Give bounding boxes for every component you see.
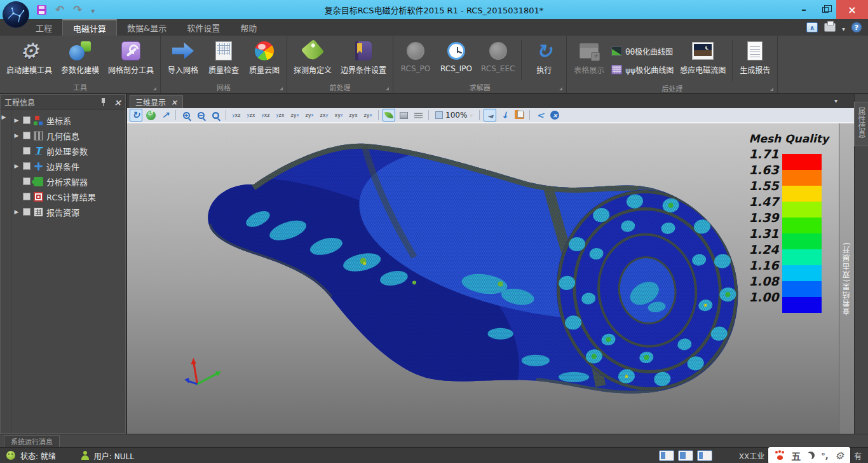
tree-item-boundary-conditions[interactable]: ▶ 边界条件 (13, 158, 125, 174)
previous-view-button[interactable] (484, 109, 496, 121)
mesh-partition-tool-button[interactable]: 网格剖分工具 (104, 38, 158, 77)
psi-polarization-curve-button[interactable]: ψψ极化曲线图 (610, 63, 675, 76)
3d-viewport[interactable]: Mesh Quality 1.711.63 1.551.47 1.391.31 … (127, 123, 839, 434)
zoom-level-combo[interactable]: 100% (433, 109, 475, 121)
tree-item-preprocess-params[interactable]: ▶ 前处理参数 (13, 143, 125, 158)
right-rail: 属性信息 (854, 94, 868, 434)
toolbar-overflow-icon[interactable] (834, 93, 837, 106)
quality-check-button[interactable]: 质量检查 (204, 38, 243, 77)
rcs-ipo-button[interactable]: RCS_IPO (437, 38, 476, 75)
collapse-ribbon-icon[interactable] (806, 22, 818, 32)
points-mode-button[interactable] (412, 109, 424, 121)
checkbox[interactable] (23, 132, 31, 139)
chevron-right-icon[interactable]: ▶ (13, 209, 20, 215)
group-expand-icon[interactable] (386, 87, 389, 90)
tree-item-analysis-solver[interactable]: ▶ 分析求解器 (13, 174, 125, 189)
help-icon[interactable] (851, 22, 862, 32)
launch-modeling-tool-button[interactable]: 启动建模工具 (3, 38, 56, 77)
zoom-out-button[interactable]: − (194, 109, 207, 121)
checkbox[interactable] (23, 147, 31, 155)
rotate-view-button[interactable] (130, 109, 142, 121)
tab-3d-display[interactable]: 三维显示 (130, 95, 183, 108)
printer-icon[interactable] (824, 23, 836, 32)
tab-help[interactable]: 帮助 (230, 19, 267, 36)
tree-item-report-resources[interactable]: ▶ 报告资源 (13, 204, 125, 219)
restore-button[interactable] (815, 0, 836, 19)
printer-dropdown-icon[interactable] (842, 22, 845, 34)
view-iso-button[interactable]: zyx (362, 109, 374, 121)
zoom-in-button[interactable]: + (180, 109, 193, 121)
tree-item-rcs-results[interactable]: ▶ RCS计算结果 (13, 189, 125, 204)
attribute-info-tab[interactable]: 属性信息 (854, 102, 868, 146)
boundary-condition-settings-button[interactable]: 边界条件设置 (337, 38, 390, 77)
view-zy-button[interactable]: zyx (288, 109, 301, 121)
view-results-collapsed-panel[interactable]: 查看结果(双击展开) (839, 123, 854, 434)
ime-settings-icon[interactable] (835, 450, 844, 462)
zoom-window-button[interactable]: □ (209, 109, 222, 121)
view-zx3-button[interactable]: zxy (318, 109, 330, 121)
moon-icon[interactable] (807, 452, 815, 459)
tab-em-computation[interactable]: 电磁计算 (62, 19, 117, 36)
tab-project[interactable]: 工程 (25, 19, 62, 36)
theta-polarization-curve-button[interactable]: θθ极化曲线图 (610, 45, 675, 58)
checkbox[interactable] (23, 162, 31, 170)
separator (521, 40, 522, 79)
induced-em-current-map-button[interactable]: 感应电磁流图 (676, 38, 729, 77)
app-logo-icon[interactable] (3, 1, 29, 28)
group-expand-icon[interactable] (280, 87, 283, 90)
message-tab-row: 系统运行消息 (0, 434, 868, 447)
group-expand-icon[interactable] (770, 88, 773, 91)
checkbox[interactable] (23, 193, 31, 200)
quality-cloud-map-button[interactable]: 质量云图 (245, 38, 284, 77)
ime-mode-char[interactable]: 五 (791, 449, 801, 462)
pan-view-button[interactable] (159, 109, 172, 121)
chevron-right-icon[interactable]: ▶ (1, 114, 7, 120)
close-panel-icon[interactable] (114, 97, 121, 107)
minimize-button[interactable] (793, 0, 815, 19)
checkbox[interactable] (23, 116, 31, 124)
checkbox[interactable] (23, 208, 31, 216)
view-xy-button[interactable]: xyz (332, 109, 345, 121)
pin-icon[interactable] (100, 98, 106, 106)
close-button[interactable] (836, 0, 868, 19)
view-zy2-button[interactable]: zyx (303, 109, 316, 121)
capture-view-button[interactable] (513, 109, 526, 121)
share-view-button[interactable] (534, 109, 546, 121)
surface-mode-button[interactable] (397, 109, 410, 121)
layout-left-button[interactable] (659, 450, 674, 461)
view-xz-button[interactable]: yxz (230, 109, 243, 121)
import-mesh-button[interactable]: 导入网格 (163, 38, 203, 77)
layout-right-button[interactable] (697, 450, 712, 461)
view-down-button[interactable] (498, 109, 511, 121)
close-tab-icon[interactable] (171, 98, 177, 107)
ime-toolbar[interactable]: 五 °, (768, 447, 850, 463)
generate-report-button[interactable]: 生成报告 (735, 38, 775, 77)
clear-view-button[interactable] (548, 109, 561, 121)
checkbox[interactable] (23, 177, 31, 185)
tab-data-display[interactable]: 数据&显示 (117, 19, 177, 36)
view-zyx-button[interactable]: zyx (347, 109, 360, 121)
view-zx2-button[interactable]: yzx (274, 109, 287, 121)
layout-center-button[interactable] (678, 450, 693, 461)
orbit-view-button[interactable] (144, 109, 157, 121)
tree-item-coordinate-system[interactable]: ▶ 坐标系 (13, 113, 125, 128)
shaded-mode-button[interactable] (383, 109, 395, 121)
parametric-modeling-button[interactable]: 参数化建模 (57, 38, 103, 77)
execute-button[interactable]: 执行 (524, 38, 564, 77)
detection-angle-button[interactable]: 探测角定义 (290, 38, 336, 77)
group-label-postprocessing: 后处理 (661, 85, 682, 93)
chevron-right-icon[interactable]: ▶ (13, 132, 20, 139)
solver-disc-icon (407, 42, 424, 60)
tree-item-geometry-info[interactable]: ▶ 几何信息 (13, 128, 125, 143)
view-xz2-button[interactable]: yxz (259, 109, 272, 121)
ime-paw-icon[interactable] (775, 451, 785, 460)
sphere-cube-icon (69, 41, 91, 60)
group-expand-icon[interactable] (559, 87, 562, 90)
chevron-right-icon[interactable]: ▶ (13, 163, 20, 169)
system-messages-tab[interactable]: 系统运行消息 (4, 435, 60, 447)
chevron-right-icon[interactable]: ▶ (13, 117, 20, 123)
tab-software-settings[interactable]: 软件设置 (177, 19, 230, 36)
ime-punctuation[interactable]: °, (821, 451, 828, 460)
view-zx-button[interactable]: yzx (245, 109, 257, 121)
group-expand-icon[interactable] (153, 87, 156, 90)
